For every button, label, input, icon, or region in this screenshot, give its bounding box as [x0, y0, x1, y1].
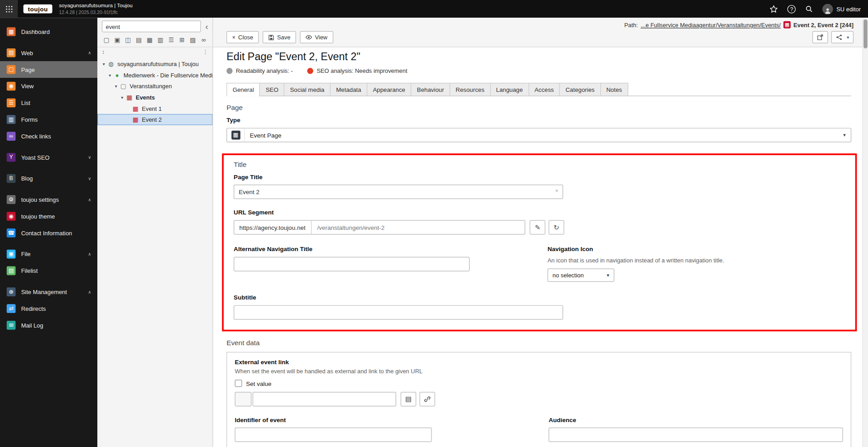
- tree-search-input[interactable]: [102, 20, 201, 32]
- collapse-tree-icon[interactable]: ‹: [204, 22, 209, 30]
- tab-seo[interactable]: SEO: [259, 83, 284, 96]
- nav-icon-label: Navigation Icon: [547, 246, 845, 252]
- tree-node-event-1[interactable]: ▦Event 1: [97, 103, 212, 114]
- tab-behaviour[interactable]: Behaviour: [411, 83, 450, 96]
- user-menu[interactable]: SU editor: [823, 4, 861, 14]
- tree-node-label: Event 2: [142, 116, 162, 123]
- edit-url-button[interactable]: ✎: [530, 220, 545, 235]
- url-segment-input[interactable]: https://agency.toujou.net /veranstaltung…: [234, 220, 525, 235]
- tree-node-veranstaltungen[interactable]: ▾▢Veranstaltungen: [97, 81, 212, 92]
- tree-node-soyagunsarufutsumura-toujou[interactable]: ▾◍soyagunsarufutsumura | Toujou: [97, 58, 212, 70]
- alt-nav-title-input[interactable]: [234, 257, 470, 271]
- tab-language[interactable]: Language: [490, 83, 528, 96]
- sidebar-item-list[interactable]: ☰List: [0, 95, 97, 111]
- link-type-box: [235, 392, 252, 406]
- identifier-input[interactable]: [235, 428, 432, 442]
- sidebar-item-file[interactable]: ▣File∧: [0, 246, 97, 262]
- save-button[interactable]: Save: [263, 31, 296, 43]
- sidebar-item-check-links[interactable]: ∞Check links: [0, 128, 97, 145]
- sidebar-item-label: Yoast SEO: [21, 154, 50, 161]
- sidebar-item-page[interactable]: ▢Page: [0, 61, 97, 78]
- new-menu-page-icon[interactable]: ☰: [167, 36, 176, 45]
- sidebar-item-mail-log[interactable]: ✉Mail Log: [0, 317, 97, 333]
- new-link-page-icon[interactable]: ∞: [199, 36, 208, 45]
- new-page-icon[interactable]: ▢: [102, 36, 111, 45]
- open-in-new-window-button[interactable]: [812, 31, 828, 43]
- sidebar-item-toujou-settings[interactable]: ⚙toujou settings∧: [0, 191, 97, 208]
- tab-appearance[interactable]: Appearance: [367, 83, 411, 96]
- sidebar-item-dashboard[interactable]: ▦Dashboard: [0, 24, 97, 40]
- external-link-input[interactable]: [253, 392, 396, 406]
- bookmark-star-icon[interactable]: [770, 5, 778, 13]
- tree-node-medienwerk-die-fullservice-mediaag[interactable]: ▾●Medienwerk - Die Fullservice Mediaag: [97, 70, 212, 81]
- view-button-label: View: [315, 34, 327, 41]
- tab-general[interactable]: General: [226, 83, 259, 96]
- sidebar-item-redirects[interactable]: ⇄Redirects: [0, 300, 97, 317]
- new-mount-point-icon[interactable]: ◫: [124, 36, 133, 45]
- link-browser-button[interactable]: [420, 392, 435, 406]
- tab-notes[interactable]: Notes: [600, 83, 628, 96]
- modulemenu-toggle-button[interactable]: [0, 0, 18, 18]
- sidebar-item-filelist[interactable]: ▤Filelist: [0, 262, 97, 279]
- new-record-storage-icon[interactable]: ▥: [156, 36, 165, 45]
- page-title-input[interactable]: [234, 185, 563, 199]
- title-section-label: Title: [234, 161, 845, 168]
- search-icon[interactable]: [805, 5, 813, 13]
- external-event-link-description: When set the event will be handled as ex…: [235, 367, 843, 374]
- audience-input[interactable]: [549, 428, 843, 442]
- new-event-page-icon[interactable]: ▦: [145, 36, 154, 45]
- scrollbar-thumb[interactable]: [863, 19, 868, 48]
- view-button[interactable]: View: [300, 31, 333, 43]
- insert-record-icon: ▤: [405, 395, 412, 403]
- set-value-checkbox[interactable]: [235, 380, 242, 387]
- site-management-globe-icon: ⊕: [7, 287, 16, 296]
- subtitle-input[interactable]: [234, 305, 563, 320]
- clear-icon[interactable]: ×: [555, 188, 559, 194]
- url-segment-label: URL Segment: [234, 209, 845, 216]
- page-type-select[interactable]: ▦ Event Page ▾: [226, 128, 851, 143]
- chevron-expanded-icon[interactable]: ▾: [107, 72, 113, 77]
- tree-menu-dots-icon[interactable]: ⋮: [202, 49, 208, 55]
- chevron-expanded-icon[interactable]: ▾: [119, 95, 125, 100]
- external-link-field: ▤: [235, 392, 843, 406]
- recalculate-url-button[interactable]: ↻: [549, 220, 564, 235]
- yoast-seo-icon: Y: [7, 153, 16, 162]
- sidebar-item-blog[interactable]: BBlog∨: [0, 170, 97, 187]
- sidebar-item-label: Filelist: [21, 267, 38, 274]
- resize-handle-icon[interactable]: ↕: [102, 49, 105, 55]
- dashboard-icon: ▦: [7, 27, 16, 36]
- tree-node-events[interactable]: ▾▦Events: [97, 92, 212, 103]
- new-spacer-icon[interactable]: ▤: [134, 36, 143, 45]
- sidebar-item-view[interactable]: ◉View: [0, 78, 97, 95]
- sidebar-item-label: Page: [21, 66, 35, 73]
- sidebar-item-contact-information[interactable]: ☎Contact Information: [0, 224, 97, 241]
- help-icon[interactable]: ?: [787, 5, 796, 13]
- chevron-down-icon: ▾: [607, 272, 609, 278]
- tab-metadata[interactable]: Metadata: [330, 83, 367, 96]
- tab-categories[interactable]: Categories: [560, 83, 600, 96]
- chevron-expanded-icon[interactable]: ▾: [113, 84, 119, 89]
- sidebar-item-label: Site Management: [21, 289, 67, 295]
- sidebar-item-site-management[interactable]: ⊕Site Management∧: [0, 284, 97, 300]
- close-button[interactable]: × Close: [226, 31, 259, 43]
- tab-resources[interactable]: Resources: [450, 83, 490, 96]
- sidebar-item-toujou-theme[interactable]: ◉toujou theme: [0, 208, 97, 225]
- topbar-actions: ? SU editor: [770, 4, 868, 14]
- path-label: Path:: [624, 21, 638, 28]
- new-draft-page-icon[interactable]: ▧: [188, 36, 197, 45]
- tab-social-media[interactable]: Social media: [284, 83, 330, 96]
- chevron-up-icon: ∧: [88, 290, 91, 295]
- chevron-expanded-icon[interactable]: ▾: [101, 62, 107, 67]
- sidebar-item-label: File: [21, 251, 31, 257]
- sidebar-item-yoast-seo[interactable]: YYoast SEO∨: [0, 149, 97, 166]
- tab-access[interactable]: Access: [528, 83, 560, 96]
- path-link[interactable]: ...e Fullservice Mediaagentur/Veranstalt…: [641, 21, 781, 28]
- nav-icon-select[interactable]: no selection ▾: [547, 269, 614, 282]
- new-folder-icon[interactable]: ⊞: [177, 36, 187, 45]
- share-button[interactable]: ▾: [831, 31, 854, 43]
- insert-record-button[interactable]: ▤: [401, 392, 416, 406]
- tree-node-event-2[interactable]: ▦Event 2: [97, 114, 212, 125]
- sidebar-item-web[interactable]: ▤Web∧: [0, 44, 97, 61]
- sidebar-item-forms[interactable]: ▥Forms: [0, 111, 97, 128]
- new-shortcut-page-icon[interactable]: ▣: [113, 36, 122, 45]
